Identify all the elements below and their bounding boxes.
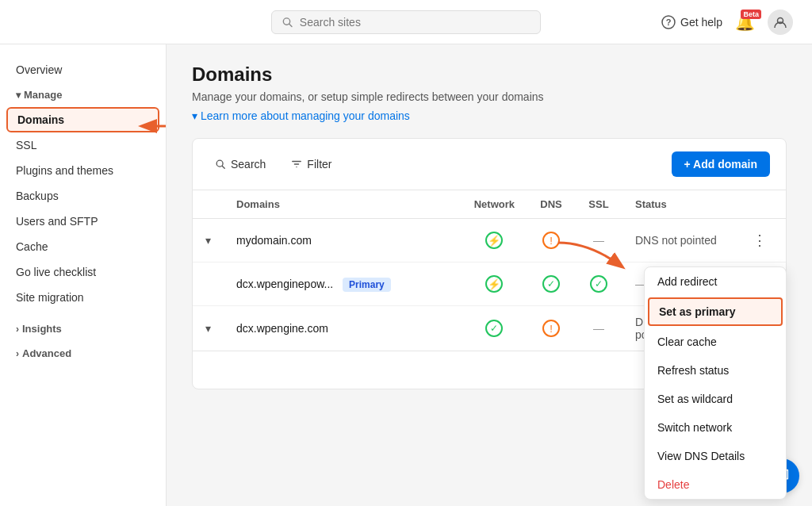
search-input[interactable] — [300, 16, 530, 29]
row-more[interactable]: ⋮ — [733, 219, 786, 263]
sidebar-item-site-migration[interactable]: Site migration — [0, 285, 166, 310]
go-live-label: Go live checklist — [16, 266, 96, 278]
sidebar-item-ssl[interactable]: SSL — [0, 132, 166, 158]
row-chevron-3[interactable]: ▾ — [193, 306, 224, 351]
warning-icon-2: ! — [542, 320, 560, 337]
svg-line-8 — [222, 166, 224, 168]
users-sftp-label: Users and SFTP — [16, 215, 98, 228]
row-domain: mydomain.com — [224, 219, 462, 263]
svg-line-1 — [289, 24, 292, 26]
help-icon: ? — [661, 15, 676, 29]
bolt-icon-green-2: ⚡ — [485, 275, 503, 293]
get-help-label: Get help — [680, 16, 722, 29]
col-dns: DNS — [527, 190, 575, 219]
chevron-right-icon: › — [16, 324, 19, 335]
row-status: DNS not pointed — [622, 219, 733, 263]
chevron-down-icon: ▾ — [16, 90, 21, 101]
table-row: ▾ mydomain.com ⚡ ! — DNS not pointed ⋮ — [193, 219, 786, 263]
layout: Overview ▾ Manage Domains SSL Plugins a — [0, 44, 812, 506]
col-ssl: SSL — [575, 190, 622, 219]
row-ssl-3: — — [575, 306, 622, 351]
context-menu-item-delete[interactable]: Delete — [645, 470, 786, 499]
check-icon-green-2: ✓ — [590, 275, 607, 293]
context-menu-item-switch-network[interactable]: Switch network — [645, 413, 786, 442]
sidebar-item-overview[interactable]: Overview — [0, 57, 166, 82]
sidebar-item-users-sftp[interactable]: Users and SFTP — [0, 209, 166, 234]
filter-button[interactable]: Filter — [285, 155, 338, 174]
beta-label: Beta — [741, 10, 761, 19]
sidebar-item-domains[interactable]: Domains — [6, 107, 159, 132]
user-avatar[interactable] — [768, 10, 793, 35]
primary-badge: Primary — [343, 278, 391, 292]
search-bar[interactable] — [271, 10, 541, 34]
col-status: Status — [622, 190, 733, 219]
manage-label: Manage — [24, 89, 62, 101]
sidebar-item-backups[interactable]: Backups — [0, 183, 166, 209]
row-dns: ! — [527, 219, 575, 263]
sidebar-advanced-section[interactable]: › Advanced — [0, 341, 166, 366]
backups-label: Backups — [16, 190, 59, 202]
row-chevron-2 — [193, 263, 224, 306]
ssl-label: SSL — [16, 139, 36, 151]
search-button[interactable]: Search — [209, 155, 272, 174]
toolbar-left: Search Filter — [209, 155, 338, 174]
topbar-actions: ? Get help 🔔 Beta — [661, 10, 793, 35]
user-icon — [773, 15, 787, 29]
sidebar-item-go-live[interactable]: Go live checklist — [0, 259, 166, 285]
chevron-right-icon-2: › — [16, 348, 19, 359]
add-domain-label: + Add domain — [684, 158, 757, 171]
search-icon — [282, 16, 293, 29]
chevron-down-icon-2: ▾ — [192, 109, 197, 122]
sidebar-insights-section[interactable]: › Insights — [0, 316, 166, 341]
learn-more-label: Learn more about managing your domains — [201, 109, 410, 122]
page-subtitle: Manage your domains, or setup simple red… — [192, 90, 787, 103]
bolt-icon-green: ⚡ — [485, 232, 503, 249]
svg-text:?: ? — [666, 17, 672, 27]
context-menu-item-view-dns-details[interactable]: View DNS Details — [645, 442, 786, 470]
site-migration-label: Site migration — [16, 291, 84, 304]
sidebar-item-plugins-themes[interactable]: Plugins and themes — [0, 158, 166, 183]
row-network-3: ✓ — [462, 306, 527, 351]
row-dns-2: ✓ — [527, 263, 575, 306]
row-domain-2: dcx.wpenginepow... Primary — [224, 263, 462, 306]
table-toolbar: Search Filter + Add domain — [193, 139, 786, 190]
sidebar: Overview ▾ Manage Domains SSL Plugins a — [0, 44, 167, 506]
col-domains: Domains — [224, 190, 462, 219]
col-chevron — [193, 190, 224, 219]
context-menu-item-set-as-wildcard[interactable]: Set as wildcard — [645, 385, 786, 413]
row-network-2: ⚡ — [462, 263, 527, 306]
row-dns-3: ! — [527, 306, 575, 351]
insights-label: Insights — [22, 323, 62, 335]
context-menu-item-set-as-primary[interactable]: Set as primary — [648, 297, 783, 326]
beta-notification[interactable]: 🔔 Beta — [735, 13, 755, 32]
add-domain-button[interactable]: + Add domain — [672, 151, 770, 177]
row-chevron[interactable]: ▾ — [193, 219, 224, 263]
row-network: ⚡ — [462, 219, 527, 263]
table-header-row: Domains Network DNS SSL Status — [193, 190, 786, 219]
learn-more-link[interactable]: ▾ Learn more about managing your domains — [192, 109, 787, 122]
warning-icon: ! — [542, 232, 560, 249]
sidebar-item-cache[interactable]: Cache — [0, 234, 166, 259]
context-menu-item-refresh-status[interactable]: Refresh status — [645, 356, 786, 385]
topbar: ? Get help 🔔 Beta — [0, 0, 812, 44]
context-menu: Add redirect Set as primary Clear cache … — [644, 266, 787, 500]
sidebar-manage-section[interactable]: ▾ Manage — [0, 82, 166, 107]
more-button-1[interactable]: ⋮ — [746, 228, 773, 252]
filter-icon — [291, 159, 302, 170]
row-ssl: — — [575, 219, 622, 263]
domains-label: Domains — [17, 113, 64, 126]
col-network: Network — [462, 190, 527, 219]
main-content: Domains Manage your domains, or setup si… — [167, 44, 812, 506]
check-icon-green: ✓ — [542, 275, 560, 293]
row-domain-3: dcx.wpengine.com — [224, 306, 462, 351]
context-menu-item-add-redirect[interactable]: Add redirect — [645, 267, 786, 296]
plugins-themes-label: Plugins and themes — [16, 164, 113, 177]
filter-label: Filter — [307, 158, 331, 171]
get-help-button[interactable]: ? Get help — [661, 15, 722, 29]
col-actions — [733, 190, 786, 219]
search-label: Search — [231, 158, 266, 171]
overview-label: Overview — [16, 63, 62, 76]
row-ssl-2: ✓ — [575, 263, 622, 306]
context-menu-item-clear-cache[interactable]: Clear cache — [645, 328, 786, 356]
page-title: Domains — [192, 63, 787, 86]
